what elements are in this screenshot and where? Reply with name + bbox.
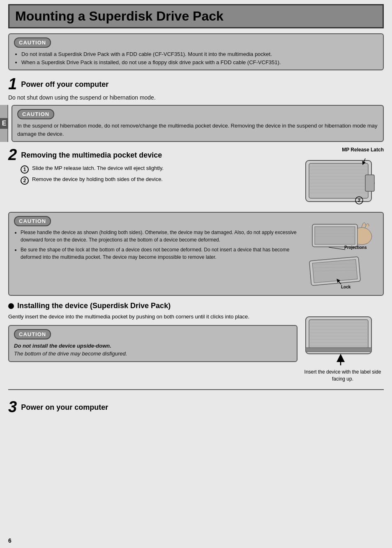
step2-sub2-num: 2 — [21, 176, 29, 185]
svg-text:Projections: Projections — [344, 245, 367, 250]
caution-box-2: CAUTION In the suspend or hibernation mo… — [12, 105, 384, 142]
page-number: 6 — [8, 537, 12, 544]
svg-line-22 — [329, 247, 345, 250]
svg-rect-25 — [312, 259, 357, 283]
step2-section: 2 Removing the multimedia pocket device … — [8, 147, 384, 208]
mp-release-label: MP Release Latch — [302, 147, 384, 153]
svg-rect-40 — [306, 348, 371, 352]
lock-device-svg: Lock — [304, 255, 374, 292]
step1-title: Power off your computer — [21, 76, 108, 89]
caution1-bullet1: Do not install a Superdisk Drive Pack wi… — [21, 50, 378, 58]
caution-badge-2: CAUTION — [17, 109, 54, 119]
install-svg — [302, 313, 380, 366]
caution-box-4: CAUTION Do not install the device upside… — [8, 325, 297, 362]
device-svg-step2: 2 1 — [302, 154, 380, 208]
svg-rect-16 — [365, 175, 374, 191]
caution-box-1: CAUTION Do not install a Superdisk Drive… — [8, 33, 384, 70]
install-title: Installing the device (Superdisk Drive P… — [17, 302, 171, 310]
caution2-text: In the suspend or hibernation mode, do n… — [17, 122, 378, 138]
insert-label: Insert the device with the label side fa… — [302, 369, 384, 383]
install-desc: Gently insert the device into the multim… — [8, 313, 297, 321]
step1-number: 1 — [8, 76, 17, 92]
projections-illustration-bottom: Lock — [304, 255, 374, 292]
caution-badge-3: CAUTION — [14, 216, 51, 226]
step1-section: 1 Power off your computer Do not shut do… — [8, 76, 384, 101]
svg-rect-18 — [315, 227, 355, 244]
page-title: Mounting a Superdisk Drive Pack — [8, 4, 384, 28]
caution-badge-1: CAUTION — [14, 37, 51, 48]
caution4-line1: Do not install the device upside-down. — [14, 342, 292, 350]
install-section: Installing the device (Superdisk Drive P… — [8, 302, 384, 383]
device-illustration-step2: 2 1 — [302, 154, 380, 208]
install-bullet-dot — [8, 303, 14, 309]
svg-text:Lock: Lock — [341, 285, 351, 289]
hand-device-svg: Projections — [304, 216, 374, 253]
e-label: E — [0, 118, 8, 129]
step3-number: 3 — [8, 399, 17, 415]
step3-section: 3 Power on your computer — [8, 389, 384, 415]
svg-text:2: 2 — [358, 198, 360, 203]
step3-title: Power on your computer — [21, 399, 108, 412]
caution1-bullet2: When a Superdisk Drive Pack is installed… — [21, 58, 378, 67]
install-illustration — [302, 313, 380, 366]
caution3-bullet2: Be sure the shape of the lock at the bot… — [21, 246, 300, 261]
step2-sub1-text: Slide the MP release latch. The device w… — [32, 165, 164, 171]
projections-illustration-top: Projections — [304, 216, 374, 253]
caution3-bullet1: Please handle the device as shown (holdi… — [21, 229, 300, 244]
caution-badge-4: CAUTION — [14, 329, 51, 339]
step2-number: 2 — [8, 147, 17, 163]
step1-desc: Do not shut down using the suspend or hi… — [8, 94, 384, 101]
caution-box-3: CAUTION Please handle the device as show… — [8, 212, 384, 296]
step2-sub2-text: Remove the device by holding both sides … — [32, 176, 163, 182]
svg-rect-31 — [309, 320, 368, 351]
caution4-line2: The bottom of the drive may become disfi… — [14, 350, 292, 358]
step2-sub1-num: 1 — [21, 165, 29, 174]
step2-title: Removing the multimedia pocket device — [21, 147, 162, 160]
